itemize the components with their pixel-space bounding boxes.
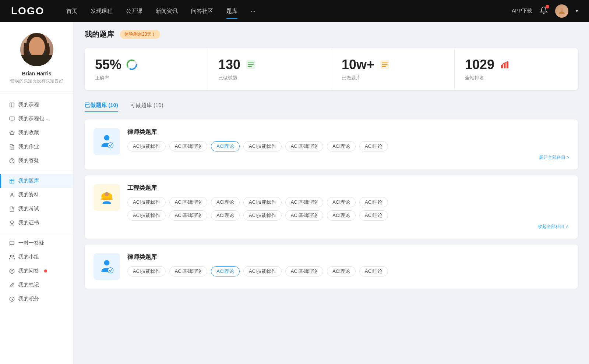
tag-eng1-r1-0[interactable]: ACI技能操作 — [127, 197, 166, 207]
nav-discover[interactable]: 发现课程 — [91, 6, 113, 16]
tag-eng1-r2-4[interactable]: ACI基础理论 — [285, 210, 324, 221]
tag-law2-1[interactable]: ACI基础理论 — [169, 266, 208, 276]
sidebar-item-homework[interactable]: 我的作业 — [0, 140, 73, 154]
stat-done-banks: 10w+ 已做题库 — [331, 48, 455, 90]
sidebar-menu: 我的课程 我的课程包... 我的收藏 我的作业 — [0, 98, 73, 306]
nav-more[interactable]: ··· — [251, 6, 255, 16]
avatar[interactable] — [555, 4, 568, 18]
svg-rect-41 — [101, 199, 113, 200]
sidebar-divider-1 — [0, 171, 73, 171]
tag-law2-2[interactable]: ACI理论 — [211, 266, 240, 276]
qa-icon — [9, 158, 15, 164]
stat-done-questions-row: 130 — [218, 57, 321, 72]
tag-eng1-r1-6[interactable]: ACI理论 — [359, 197, 388, 207]
nav-qa[interactable]: 问答社区 — [191, 6, 213, 16]
sidebar-item-profile[interactable]: 我的资料 — [0, 188, 73, 202]
header: LOGO 首页 发现课程 公开课 新闻资讯 问答社区 题库 ··· APP下载 … — [0, 0, 589, 22]
svg-rect-6 — [10, 117, 14, 120]
tag-eng1-r1-2[interactable]: ACI理论 — [211, 197, 240, 207]
tag-eng1-r1-4[interactable]: ACI基础理论 — [285, 197, 324, 207]
sidebar-item-group[interactable]: 我的小组 — [0, 250, 73, 264]
tag-eng1-r2-6[interactable]: ACI理论 — [359, 210, 388, 221]
stat-accuracy-row: 55% — [95, 57, 197, 72]
sidebar-item-notes[interactable]: 我的笔记 — [0, 278, 73, 292]
sidebar-item-points-label: 我的积分 — [18, 296, 39, 302]
nav-home[interactable]: 首页 — [66, 6, 77, 16]
page-header: 我的题库 体验剩余23天！ — [85, 29, 578, 39]
tag-eng1-r2-1[interactable]: ACI基础理论 — [169, 210, 208, 221]
tab-done-banks[interactable]: 已做题库 (10) — [85, 99, 118, 112]
svg-point-18 — [10, 221, 13, 224]
sidebar: Brian Harris 错误的决定比没有决定要好 我的课程 我的课程包... — [0, 22, 74, 364]
svg-point-17 — [11, 193, 13, 195]
collapse-link-eng1[interactable]: 收起全部科目 ∧ — [127, 224, 569, 230]
tag-eng1-r1-5[interactable]: ACI理论 — [327, 197, 356, 207]
notification-bell[interactable] — [540, 6, 548, 16]
sidebar-item-course-pack-label: 我的课程包... — [18, 115, 49, 122]
tag-law1-3[interactable]: ACI技能操作 — [243, 141, 282, 151]
tag-law1-0[interactable]: ACI技能操作 — [127, 141, 166, 151]
sidebar-item-points[interactable]: 我的积分 — [0, 292, 73, 306]
svg-point-37 — [104, 135, 110, 140]
profile-avatar — [20, 33, 53, 66]
sidebar-item-favorites[interactable]: 我的收藏 — [0, 126, 73, 140]
tag-law1-5[interactable]: ACI理论 — [327, 141, 356, 151]
nav-open-course[interactable]: 公开课 — [126, 6, 142, 16]
category-card-eng1: 工程类题库 ACI技能操作 ACI基础理论 ACI理论 ACI技能操作 ACI基… — [85, 175, 578, 239]
logo: LOGO — [11, 5, 44, 17]
tag-eng1-r1-1[interactable]: ACI基础理论 — [169, 197, 208, 207]
tag-eng1-r2-0[interactable]: ACI技能操作 — [127, 210, 166, 221]
svg-point-2 — [29, 37, 45, 57]
done-questions-icon — [245, 59, 257, 71]
tag-eng1-r1-3[interactable]: ACI技能操作 — [243, 197, 282, 207]
expand-link-law1[interactable]: 展开全部科目 > — [127, 154, 569, 161]
stat-rank: 1029 全站排名 — [455, 48, 578, 90]
profile-icon — [9, 192, 15, 198]
category-header-law2: 律师类题库 ACI技能操作 ACI基础理论 ACI理论 ACI技能操作 ACI基… — [94, 253, 569, 280]
nav-news[interactable]: 新闻资讯 — [156, 6, 178, 16]
stat-rank-value: 1029 — [465, 57, 494, 72]
sidebar-item-question-bank[interactable]: 我的题库 — [0, 174, 73, 188]
tag-eng1-r2-3[interactable]: ACI技能操作 — [243, 210, 282, 221]
tag-law2-3[interactable]: ACI技能操作 — [243, 266, 282, 276]
stat-rank-label: 全站排名 — [465, 75, 568, 81]
stat-done-banks-value: 10w+ — [342, 57, 374, 72]
tag-law1-2[interactable]: ACI理论 — [211, 141, 240, 151]
category-title-eng1: 工程类题库 — [127, 184, 569, 192]
stat-done-questions-label: 已做试题 — [218, 75, 321, 81]
user-menu-chevron[interactable]: ▾ — [576, 8, 578, 14]
sidebar-item-qa[interactable]: 我的答疑 — [0, 154, 73, 168]
sidebar-item-1on1[interactable]: 一对一答疑 — [0, 236, 73, 250]
app-download-button[interactable]: APP下载 — [512, 8, 532, 14]
sidebar-item-certificate-label: 我的证书 — [18, 220, 39, 226]
tags-row-law2: ACI技能操作 ACI基础理论 ACI理论 ACI技能操作 ACI基础理论 AC… — [127, 266, 569, 276]
tag-law2-5[interactable]: ACI理论 — [327, 266, 356, 276]
sidebar-item-exam-label: 我的考试 — [18, 206, 39, 212]
category-body-law2: 律师类题库 ACI技能操作 ACI基础理论 ACI理论 ACI技能操作 ACI基… — [127, 253, 569, 279]
nav-question-bank[interactable]: 题库 — [226, 6, 237, 16]
sidebar-item-questions[interactable]: 我的问答 — [0, 264, 73, 278]
tab-available-banks[interactable]: 可做题库 (10) — [130, 99, 163, 112]
category-card-law1: 律师类题库 ACI技能操作 ACI基础理论 ACI理论 ACI技能操作 ACI基… — [85, 119, 578, 169]
tag-eng1-r2-5[interactable]: ACI理论 — [327, 210, 356, 221]
tag-law2-6[interactable]: ACI理论 — [359, 266, 388, 276]
sidebar-item-certificate[interactable]: 我的证书 — [0, 216, 73, 230]
stat-done-questions: 130 已做试题 — [208, 48, 331, 90]
tag-law2-4[interactable]: ACI基础理论 — [285, 266, 324, 276]
svg-rect-3 — [20, 55, 53, 66]
tag-law1-4[interactable]: ACI基础理论 — [285, 141, 324, 151]
stat-accuracy-value: 55% — [95, 57, 121, 72]
sidebar-item-course-pack[interactable]: 我的课程包... — [0, 112, 73, 126]
tags-row-law1: ACI技能操作 ACI基础理论 ACI理论 ACI技能操作 ACI基础理论 AC… — [127, 141, 569, 151]
tag-eng1-r2-2[interactable]: ACI理论 — [211, 210, 240, 221]
tag-law1-6[interactable]: ACI理论 — [359, 141, 388, 151]
tag-law2-0[interactable]: ACI技能操作 — [127, 266, 166, 276]
tag-law1-1[interactable]: ACI基础理论 — [169, 141, 208, 151]
questions-icon — [9, 268, 15, 274]
lawyer-icon — [99, 133, 115, 150]
sidebar-item-course[interactable]: 我的课程 — [0, 98, 73, 112]
main-content: 我的题库 体验剩余23天！ 55% 正确率 — [74, 22, 589, 364]
questions-badge — [44, 270, 47, 272]
svg-rect-4 — [10, 103, 14, 107]
sidebar-item-exam[interactable]: 我的考试 — [0, 202, 73, 216]
